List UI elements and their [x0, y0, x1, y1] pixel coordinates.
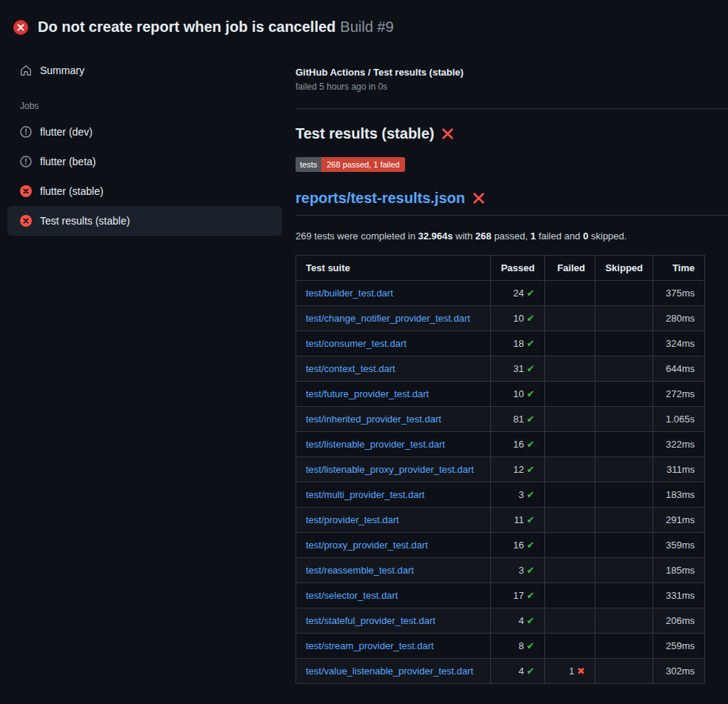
col-skipped: Skipped: [595, 256, 653, 281]
passed-cell: 11 ✔: [491, 508, 545, 533]
time-cell: 302ms: [653, 659, 705, 684]
test-suite-link[interactable]: test/multi_provider_test.dart: [306, 489, 424, 500]
table-row: test/proxy_provider_test.dart16 ✔359ms: [296, 533, 705, 558]
failed-cell: [545, 482, 595, 508]
run-title-line: Do not create report when job is cancell…: [38, 19, 394, 36]
sidebar-item-summary[interactable]: Summary: [7, 56, 282, 84]
failed-circle-icon: [13, 20, 28, 35]
failed-cell: [545, 306, 595, 331]
suite-cell: test/stream_provider_test.dart: [296, 634, 491, 659]
suite-cell: test/listenable_proxy_provider_test.dart: [296, 457, 491, 482]
breadcrumb: GitHub Actions / Test results (stable): [295, 67, 728, 78]
test-suite-link[interactable]: test/change_notifier_provider_test.dart: [306, 313, 470, 324]
passed-cell: 10 ✔: [491, 382, 545, 407]
suite-cell: test/value_listenable_provider_test.dart: [296, 659, 491, 684]
suite-cell: test/stateful_provider_test.dart: [296, 608, 491, 634]
test-suite-link[interactable]: test/selector_test.dart: [306, 590, 398, 601]
test-suite-link[interactable]: test/listenable_provider_test.dart: [306, 439, 445, 450]
home-icon: [20, 64, 32, 76]
summary-text: 269 tests were completed in 32.964s with…: [295, 230, 728, 242]
sidebar-item-flutter-beta[interactable]: flutter (beta): [7, 147, 282, 176]
time-cell: 331ms: [653, 583, 705, 608]
time-cell: 375ms: [653, 281, 705, 306]
check-icon: ✔: [527, 388, 535, 399]
fail-x-icon: [472, 192, 485, 205]
skipped-cell: [595, 331, 653, 356]
time-cell: 280ms: [653, 306, 705, 331]
failed-cell: [545, 533, 595, 558]
time-cell: 185ms: [653, 558, 705, 583]
cross-icon: ✖: [577, 665, 585, 677]
suite-cell: test/consumer_test.dart: [296, 331, 491, 356]
sidebar-item-flutter-stable[interactable]: flutter (stable): [7, 176, 282, 206]
run-title: Do not create report when job is cancell…: [38, 19, 335, 35]
test-suite-link[interactable]: test/listenable_proxy_provider_test.dart: [306, 464, 474, 475]
skipped-cell: [595, 634, 653, 659]
time-cell: 324ms: [653, 331, 705, 356]
suite-cell: test/context_test.dart: [296, 356, 491, 382]
table-row: test/consumer_test.dart18 ✔324ms: [296, 331, 705, 356]
check-icon: ✔: [527, 565, 535, 576]
suite-cell: test/builder_test.dart: [296, 281, 491, 306]
skipped-cell: [595, 558, 653, 583]
skipped-cell: [595, 608, 653, 634]
suite-cell: test/change_notifier_provider_test.dart: [296, 306, 491, 331]
sidebar-item-test-results-stable[interactable]: Test results (stable): [7, 206, 282, 236]
failed-cell: [545, 634, 595, 659]
table-row: test/listenable_provider_test.dart16 ✔32…: [296, 432, 705, 457]
passed-cell: 81 ✔: [491, 407, 545, 432]
passed-cell: 3 ✔: [491, 482, 545, 508]
table-row: test/selector_test.dart17 ✔331ms: [296, 583, 705, 608]
failed-cell: [545, 407, 595, 432]
jobs-section-label: Jobs: [20, 101, 282, 111]
skipped-cell: [595, 482, 653, 508]
failed-cell: [545, 457, 595, 482]
main-content: GitHub Actions / Test results (stable) f…: [295, 41, 728, 684]
test-suite-link[interactable]: test/reassemble_test.dart: [306, 565, 414, 576]
passed-cell: 31 ✔: [491, 356, 545, 382]
time-cell: 272ms: [653, 382, 705, 407]
test-suite-link[interactable]: test/proxy_provider_test.dart: [306, 539, 428, 551]
time-cell: 206ms: [653, 608, 705, 634]
test-suite-link[interactable]: test/consumer_test.dart: [306, 338, 407, 349]
time-cell: 259ms: [653, 634, 705, 659]
test-suite-link[interactable]: test/builder_test.dart: [306, 288, 393, 299]
suite-cell: test/selector_test.dart: [296, 583, 491, 608]
sidebar-summary-label: Summary: [40, 64, 84, 76]
skipped-cell: [595, 508, 653, 533]
status-line: failed 5 hours ago in 0s: [295, 82, 728, 92]
table-row: test/inherited_provider_test.dart81 ✔1.0…: [296, 407, 705, 432]
skipped-cell: [595, 356, 653, 382]
check-icon: ✔: [527, 514, 535, 525]
neutral-circle-icon: [20, 126, 32, 138]
test-suite-link[interactable]: test/value_listenable_provider_test.dart: [306, 665, 473, 677]
time-cell: 1.065s: [653, 407, 705, 432]
check-icon: ✔: [527, 439, 535, 450]
test-suite-link[interactable]: test/context_test.dart: [306, 363, 395, 374]
col-passed: Passed: [491, 256, 545, 281]
run-header: Do not create report when job is cancell…: [0, 0, 728, 41]
col-time: Time: [653, 256, 705, 281]
time-cell: 183ms: [653, 482, 705, 508]
report-link[interactable]: reports/test-results.json: [295, 190, 465, 207]
failed-cell: [545, 382, 595, 407]
suite-cell: test/multi_provider_test.dart: [296, 482, 491, 508]
passed-cell: 17 ✔: [491, 583, 545, 608]
sidebar-item-flutter-dev[interactable]: flutter (dev): [7, 117, 282, 147]
test-suite-link[interactable]: test/future_provider_test.dart: [306, 388, 429, 399]
table-row: test/future_provider_test.dart10 ✔272ms: [296, 382, 705, 407]
check-icon: ✔: [527, 539, 535, 551]
check-icon: ✔: [527, 489, 535, 500]
table-row: test/builder_test.dart24 ✔375ms: [296, 281, 705, 306]
test-suite-link[interactable]: test/provider_test.dart: [306, 514, 399, 525]
test-suite-link[interactable]: test/inherited_provider_test.dart: [306, 414, 441, 425]
table-row: test/multi_provider_test.dart3 ✔183ms: [296, 482, 705, 508]
check-icon: ✔: [527, 590, 535, 601]
check-icon: ✔: [527, 313, 535, 324]
test-suite-link[interactable]: test/stream_provider_test.dart: [306, 640, 434, 651]
passed-cell: 8 ✔: [491, 634, 545, 659]
skipped-cell: [595, 382, 653, 407]
suite-cell: test/inherited_provider_test.dart: [296, 407, 491, 432]
test-suite-link[interactable]: test/stateful_provider_test.dart: [306, 615, 435, 626]
failed-cell: [545, 331, 595, 356]
